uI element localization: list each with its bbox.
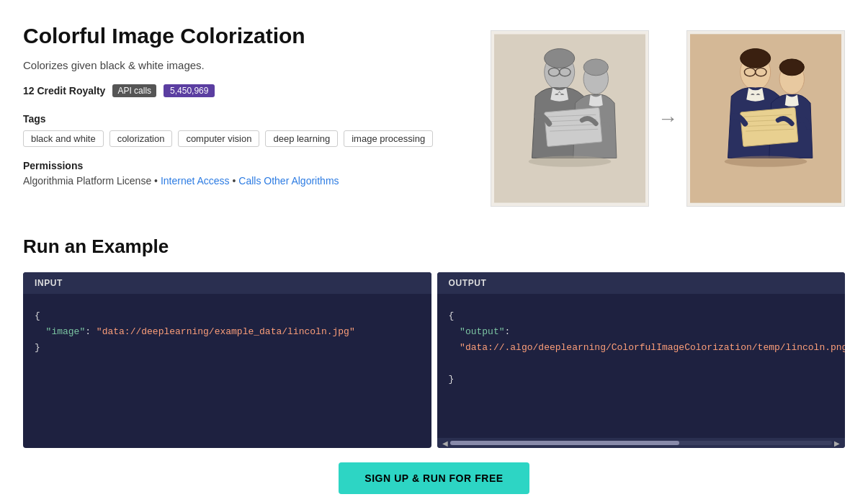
run-example-section: Run an Example INPUT { "image": "data://… — [23, 236, 845, 502]
signup-button[interactable]: SIGN UP & RUN FOR FREE — [339, 462, 529, 494]
output-panel-header: OUTPUT — [437, 272, 846, 294]
svg-point-8 — [583, 59, 608, 76]
output-code: { "output": "data://.algo/deeplearning/C… — [437, 294, 846, 438]
svg-rect-23 — [741, 107, 798, 146]
tag-item: colorization — [109, 130, 173, 147]
subtitle: Colorizes given black & white images. — [23, 59, 441, 71]
tag-item: deep learning — [265, 130, 338, 147]
scrollbar-track[interactable] — [450, 441, 833, 445]
tags-title: Tags — [23, 113, 441, 125]
separator2: • — [232, 175, 238, 187]
code-panels: INPUT { "image": "data://deeplearning/ex… — [23, 272, 845, 448]
arrow-icon: → — [658, 107, 678, 130]
signup-row: SIGN UP & RUN FOR FREE — [23, 462, 845, 494]
credit-label: 12 Credit Royalty — [23, 85, 105, 97]
image-comparison: → — [491, 30, 845, 207]
api-calls-badge: API calls — [112, 84, 156, 97]
api-count-badge: 5,450,969 — [164, 84, 215, 97]
scrollbar-thumb[interactable] — [450, 441, 679, 445]
permissions-section: Permissions Algorithmia Platform License… — [23, 160, 441, 187]
svg-point-14 — [529, 156, 612, 167]
tags-section: Tags black and whitecolorizationcomputer… — [23, 113, 441, 147]
run-example-title: Run an Example — [23, 236, 845, 258]
tag-item: black and white — [23, 130, 104, 147]
input-code: { "image": "data://deeplearning/example_… — [23, 294, 431, 438]
scroll-right-arrow[interactable]: ▶ — [832, 439, 842, 447]
separator1: • — [154, 175, 161, 187]
license-text: Algorithmia Platform License — [23, 175, 151, 187]
scrollbar[interactable]: ◀ ▶ — [437, 438, 846, 448]
svg-point-22 — [779, 59, 804, 76]
input-panel: INPUT { "image": "data://deeplearning/ex… — [23, 272, 431, 448]
output-panel: OUTPUT { "output": "data://.algo/deeplea… — [437, 272, 846, 448]
permissions-text: Algorithmia Platform License • Internet … — [23, 175, 441, 187]
svg-point-18 — [741, 49, 771, 68]
color-image-box — [686, 30, 845, 207]
svg-point-3 — [545, 49, 575, 68]
credit-row: 12 Credit Royalty API calls 5,450,969 — [23, 84, 441, 97]
page-title: Colorful Image Colorization — [23, 23, 441, 49]
tags-list: black and whitecolorizationcomputer visi… — [23, 130, 441, 147]
permissions-title: Permissions — [23, 160, 441, 171]
bw-image-box — [491, 30, 649, 207]
input-panel-header: INPUT — [23, 272, 431, 294]
svg-point-28 — [725, 156, 807, 167]
internet-access-link[interactable]: Internet Access — [161, 175, 230, 187]
tag-item: computer vision — [178, 130, 259, 147]
scroll-left-arrow[interactable]: ◀ — [440, 439, 450, 447]
tag-item: image processing — [344, 130, 433, 147]
svg-rect-9 — [545, 107, 602, 146]
calls-other-link[interactable]: Calls Other Algorithms — [238, 175, 339, 187]
